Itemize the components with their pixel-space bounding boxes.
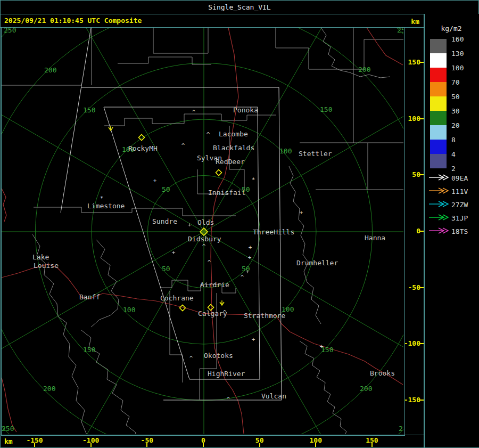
radar-map-canvas[interactable]: 5050505010010010010015015015015020020020… [2, 28, 403, 434]
bottom-axis-tick [371, 443, 373, 447]
city-label: Strathmore [244, 312, 285, 320]
legend-color-band [430, 53, 447, 68]
legend-threshold-label: 30 [451, 107, 477, 115]
city-label: Brooks [370, 369, 395, 377]
right-axis-tick-label: 50 [403, 170, 420, 178]
right-axis-tick-label: -150 [403, 396, 420, 404]
radar-id-label: 111V [451, 188, 468, 196]
storm-motion-arrow-icon [220, 300, 224, 305]
ring-distance-label: 250 [399, 425, 403, 433]
bottom-axis-tick [146, 443, 147, 447]
ring-distance-label: 50 [162, 265, 170, 273]
county-line [321, 28, 390, 78]
ring-distance-label: 250 [397, 28, 403, 34]
city-label: HighRiver [208, 370, 245, 378]
ring-distance-label: 250 [4, 28, 16, 34]
town-marker-plus: + [153, 177, 157, 184]
ring-distance-label: 150 [83, 106, 95, 114]
town-marker-caret: ^ [181, 142, 185, 149]
town-marker-plus: + [172, 249, 176, 256]
town-marker-caret: ^ [241, 274, 244, 281]
county-line [300, 341, 360, 434]
town-marker-caret: ^ [202, 243, 206, 250]
legend-radar-row: 18TS [428, 227, 479, 235]
radar-arrow-icon [428, 214, 449, 221]
ring-distance-label: 50 [162, 185, 170, 193]
bottom-axis-tick [315, 443, 316, 447]
city-label: Cochrane [160, 294, 194, 302]
town-marker-asterisk: * [100, 195, 104, 202]
city-label: Okotoks [204, 352, 233, 360]
right-axis-unit-label: km [400, 18, 419, 26]
legend-threshold-label: 70 [451, 78, 477, 86]
radar-id-label: 09EA [451, 174, 468, 182]
radar-arrow-icon [428, 174, 449, 181]
city-label: Banff [79, 293, 100, 301]
bottom-axis-unit-label: km [4, 437, 13, 445]
town-marker-asterisk: * [252, 176, 255, 183]
legend-color-band [430, 82, 447, 96]
town-marker-caret: ^ [207, 131, 210, 138]
legend-unit-label: kg/m2 [425, 25, 478, 32]
bottom-axis-tick [259, 443, 260, 447]
radar-id-label: 18TS [451, 227, 468, 235]
road-southwest [2, 378, 16, 432]
right-axis-tick-label: 100 [403, 115, 420, 123]
right-axis-tick-label: 0 [403, 227, 420, 235]
town-marker-plus: + [249, 244, 252, 251]
town-marker-plus: + [252, 336, 255, 343]
bottom-axis-divider [0, 435, 424, 435]
color-legend-panel: kg/m2 16013010070503020842 09EA111V27ZW3… [425, 14, 479, 447]
town-marker-caret: ^ [223, 309, 227, 316]
legend-threshold-label: 20 [451, 121, 477, 129]
legend-color-band [430, 154, 447, 168]
city-label: Hanna [365, 234, 385, 242]
radar-id-label: 31JP [451, 214, 468, 222]
legend-color-band [430, 39, 447, 53]
legend-radar-row: 09EA [428, 174, 479, 182]
legend-threshold-label: 2 [451, 165, 477, 173]
window-title: Single_Scan_VIL [208, 3, 270, 11]
bottom-axis-tick [34, 443, 35, 447]
ring-distance-label: 200 [358, 66, 370, 74]
town-marker-caret: ^ [208, 259, 211, 266]
legend-threshold-label: 160 [451, 35, 477, 43]
right-axis-tick-label: -100 [403, 339, 420, 347]
city-label: Blackfalds [213, 144, 254, 152]
right-axis-tick-label: -50 [403, 283, 420, 291]
ring-distance-label: 100 [279, 147, 292, 155]
town-marker-plus: + [320, 343, 324, 350]
county-line [200, 293, 217, 400]
ring-distance-label: 200 [44, 66, 56, 74]
legend-radar-row: 111V [428, 187, 479, 196]
ring-distance-label: 200 [43, 385, 55, 393]
legend-radar-row: 31JP [428, 214, 479, 222]
ring-distance-label: 150 [320, 105, 332, 113]
city-label: Didsbury [188, 235, 221, 243]
legend-color-band [430, 96, 447, 111]
radar-coverage-outlines [61, 28, 282, 400]
town-marker-plus: + [188, 222, 192, 229]
city-label: Vulcan [261, 392, 286, 400]
city-label: Olds [197, 218, 214, 226]
city-label: Limestone [87, 202, 125, 210]
bottom-axis-tick [203, 443, 204, 447]
city-label: Ponoka [233, 106, 258, 114]
town-marker-caret: ^ [189, 355, 193, 362]
radar-arrow-icon [428, 227, 449, 234]
legend-radar-row: 27ZW [428, 200, 479, 209]
city-label: RockyMH [128, 144, 158, 152]
legend-threshold-label: 100 [451, 64, 477, 72]
city-label: Lacombe [219, 130, 248, 138]
radar-map-panel[interactable]: 5050505010010010010015015015015020020020… [1, 27, 405, 436]
radar-arrow-icon [428, 187, 449, 194]
city-label: Stettler [299, 150, 332, 158]
legend-threshold-label: 130 [451, 50, 477, 58]
legend-threshold-label: 8 [451, 136, 477, 144]
legend-threshold-label: 50 [451, 93, 477, 101]
legend-threshold-label: 4 [451, 150, 477, 158]
city-label: RedDeer [216, 158, 245, 166]
town-marker-caret: ^ [227, 396, 230, 403]
title-bar: Single_Scan_VIL [0, 0, 479, 14]
road-highway1-west [2, 264, 211, 314]
